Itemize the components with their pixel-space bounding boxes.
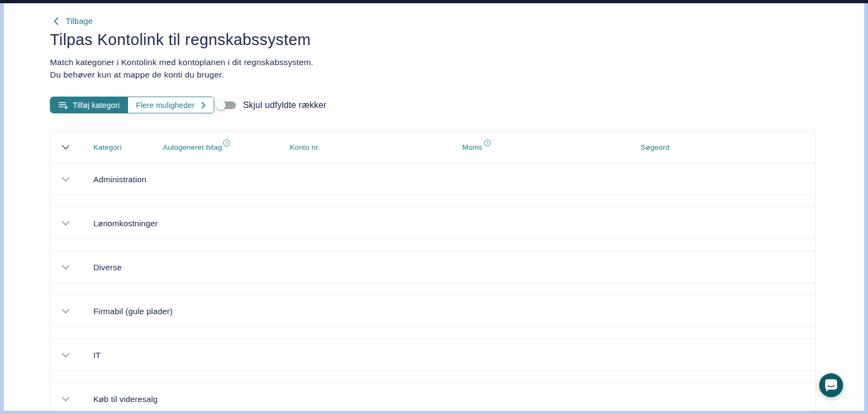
column-header-soegeord[interactable]: Søgeord (641, 132, 669, 163)
hide-filled-rows-toggle-wrap: Skjul udfyldte rækker (216, 97, 327, 113)
row-expand-chevron-down-icon[interactable] (62, 207, 69, 239)
add-category-button-label: Tilføj kategori (73, 101, 120, 110)
column-header-moms[interactable]: Moms ? (462, 132, 491, 163)
row-expand-chevron-down-icon[interactable] (62, 251, 69, 283)
table-row[interactable]: IT (50, 339, 815, 371)
category-name: Lønomkostninger (93, 207, 158, 239)
window-frame-top (0, 0, 868, 3)
table-body: Administration Lønomkostninger Diverse F… (50, 163, 815, 414)
more-options-button[interactable]: Flere muligheder (128, 97, 214, 113)
collapse-all-chevron-down-icon[interactable] (62, 132, 69, 163)
category-name: Administration (93, 163, 146, 195)
column-header-autogeneret-bilag[interactable]: Autogeneret bilag ? (163, 132, 230, 163)
table-row[interactable]: Køb til videresalg (50, 383, 815, 414)
toggle-knob (216, 100, 226, 110)
category-name: IT (93, 339, 101, 371)
category-name: Køb til videresalg (93, 383, 158, 414)
category-name: Firmabil (gule plader) (93, 295, 173, 327)
window-frame-left (0, 3, 4, 414)
table-row[interactable]: Diverse (50, 251, 815, 283)
intercom-chat-button[interactable] (819, 373, 843, 397)
row-expand-chevron-down-icon[interactable] (62, 295, 69, 327)
table-header-row: Kategori Autogeneret bilag ? Konto nr. M… (50, 132, 815, 163)
category-name: Diverse (93, 251, 122, 283)
row-expand-chevron-down-icon[interactable] (62, 339, 69, 371)
back-link[interactable]: Tilbage (54, 16, 93, 26)
more-options-button-label: Flere muligheder (136, 101, 195, 110)
toolbar-button-group: Tilføj kategori Flere muligheder (50, 97, 214, 113)
row-spacer[interactable] (50, 195, 815, 207)
row-expand-chevron-down-icon[interactable] (62, 383, 69, 414)
page-subtitle-line-2: Du behøver kun at mappe de konti du brug… (50, 68, 314, 81)
category-mapping-table: Kategori Autogeneret bilag ? Konto nr. M… (50, 131, 816, 414)
hide-filled-rows-toggle-label: Skjul udfyldte rækker (243, 100, 327, 110)
question-circle-icon[interactable]: ? (223, 139, 230, 147)
column-header-kategori[interactable]: Kategori (93, 132, 122, 163)
question-circle-icon[interactable]: ? (484, 139, 491, 147)
hide-filled-rows-toggle[interactable] (216, 100, 236, 111)
row-spacer[interactable] (50, 283, 815, 295)
row-spacer[interactable] (50, 239, 815, 251)
playlist-add-icon (59, 100, 68, 110)
table-row[interactable]: Firmabil (gule plader) (50, 295, 815, 327)
table-row[interactable]: Administration (50, 163, 815, 195)
chevron-right-icon (201, 102, 206, 109)
page-subtitle: Match kategorier i Kontolink med kontopl… (50, 56, 314, 81)
row-spacer[interactable] (50, 327, 815, 339)
window-frame-bottom (0, 411, 868, 414)
back-link-label: Tilbage (66, 16, 93, 26)
row-spacer[interactable] (50, 371, 815, 383)
table-row[interactable]: Lønomkostninger (50, 207, 815, 239)
page-subtitle-line-1: Match kategorier i Kontolink med kontopl… (50, 56, 314, 68)
app-window: Tilbage Tilpas Kontolink til regnskabssy… (0, 0, 868, 414)
page-title: Tilpas Kontolink til regnskabssystem (50, 31, 311, 49)
chevron-left-icon (54, 17, 59, 25)
window-frame-right (864, 3, 868, 414)
intercom-chat-icon (825, 379, 838, 392)
add-category-button[interactable]: Tilføj kategori (50, 97, 128, 113)
column-header-konto-nr[interactable]: Konto nr. (290, 132, 320, 163)
row-expand-chevron-down-icon[interactable] (62, 163, 69, 195)
